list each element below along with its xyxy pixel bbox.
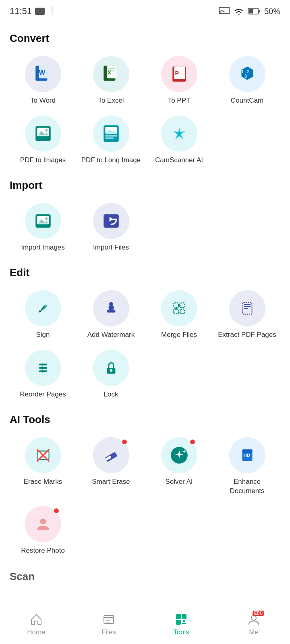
wifi-icon bbox=[234, 7, 244, 15]
tool-enhance-docs[interactable]: HD Enhance Documents bbox=[214, 434, 280, 498]
tool-to-word[interactable]: W To Word bbox=[10, 53, 76, 108]
nav-me-label: Me bbox=[249, 628, 259, 636]
badge-dot bbox=[121, 439, 128, 445]
tool-to-ppt[interactable]: P To PPT bbox=[146, 53, 212, 108]
badge-dot bbox=[53, 508, 60, 514]
svg-rect-14 bbox=[108, 72, 115, 72]
tool-smart-erase[interactable]: Smart Erase bbox=[78, 434, 144, 498]
svg-rect-12 bbox=[108, 68, 115, 69]
svg-point-39 bbox=[109, 302, 113, 306]
tool-label: Solver AI bbox=[165, 477, 193, 486]
time-display: 11:51 bbox=[10, 6, 32, 17]
tool-camscanner-ai[interactable]: CamScanner AI bbox=[146, 112, 212, 168]
svg-point-82 bbox=[251, 615, 256, 620]
svg-rect-13 bbox=[108, 70, 115, 71]
import-grid: Import Images Import Files bbox=[10, 200, 280, 255]
status-right: 50% bbox=[219, 7, 280, 16]
tool-solver-ai[interactable]: Solver AI bbox=[146, 434, 212, 498]
svg-rect-78 bbox=[176, 614, 181, 619]
bottom-nav: Home Files Tools bbox=[0, 608, 290, 644]
tool-label: Lock bbox=[104, 390, 118, 399]
svg-rect-80 bbox=[176, 620, 181, 625]
aitools-section-title: AI Tools bbox=[10, 413, 280, 426]
tool-reorder-pages[interactable]: Reorder Pages bbox=[10, 347, 76, 402]
tool-import-images[interactable]: Import Images bbox=[10, 200, 76, 255]
tool-label: Enhance Documents bbox=[215, 477, 279, 495]
svg-rect-48 bbox=[244, 306, 251, 307]
tool-label: Import Images bbox=[21, 243, 65, 252]
tool-erase-marks[interactable]: Erase Marks bbox=[10, 434, 76, 498]
tool-label: Reorder Pages bbox=[20, 390, 66, 399]
convert-section-title: Convert bbox=[10, 32, 280, 45]
svg-point-32 bbox=[45, 217, 48, 220]
main-content: Convert W To Word X bbox=[0, 32, 290, 627]
svg-rect-76 bbox=[106, 620, 110, 621]
svg-text:3: 3 bbox=[244, 74, 246, 78]
svg-text:W: W bbox=[39, 69, 45, 76]
svg-rect-74 bbox=[104, 617, 114, 618]
cast-icon bbox=[219, 7, 230, 15]
tool-label: Erase Marks bbox=[24, 477, 62, 486]
svg-rect-38 bbox=[108, 306, 114, 310]
tool-label: To Word bbox=[30, 96, 56, 105]
tool-lock[interactable]: Lock bbox=[78, 347, 144, 402]
svg-rect-27 bbox=[105, 135, 117, 136]
app-icon bbox=[35, 8, 45, 15]
tool-pdf-long[interactable]: PDF to Long Image bbox=[78, 112, 144, 168]
edit-section-title: Edit bbox=[10, 266, 280, 279]
nav-tools[interactable]: Tools bbox=[161, 612, 201, 636]
tool-label: Import Files bbox=[93, 243, 129, 252]
nav-me[interactable]: EDU Me bbox=[234, 612, 274, 636]
svg-point-40 bbox=[171, 300, 188, 317]
tool-merge-files[interactable]: Merge Files bbox=[146, 287, 212, 343]
convert-grid: W To Word X To Excel bbox=[10, 53, 280, 168]
nav-tools-label: Tools bbox=[173, 628, 189, 636]
tool-countcam[interactable]: 1 2 3 CountCam bbox=[214, 53, 280, 108]
tool-import-files[interactable]: Import Files bbox=[78, 200, 144, 255]
nav-files[interactable]: Files bbox=[89, 612, 129, 636]
aitools-grid: Erase Marks Smart Erase bbox=[10, 434, 280, 558]
svg-rect-37 bbox=[107, 310, 115, 312]
svg-text:P: P bbox=[175, 70, 179, 76]
status-bar: 11:51 ❕ 50% bbox=[0, 0, 290, 21]
svg-point-81 bbox=[183, 620, 185, 622]
tool-label: To PPT bbox=[168, 96, 191, 105]
tool-add-watermark[interactable]: Add Watermark bbox=[78, 287, 144, 343]
tool-label: CountCam bbox=[231, 96, 263, 105]
svg-point-57 bbox=[110, 369, 112, 372]
svg-text:1: 1 bbox=[241, 70, 244, 74]
svg-point-24 bbox=[45, 129, 48, 132]
tool-restore-photo[interactable]: Restore Photo bbox=[10, 503, 76, 558]
tool-label: Merge Files bbox=[161, 330, 197, 339]
edit-grid: Sign Add Watermark bbox=[10, 287, 280, 402]
badge-dot bbox=[189, 439, 196, 445]
svg-text:2: 2 bbox=[246, 70, 249, 74]
tool-pdf-images[interactable]: PDF to Images bbox=[10, 112, 76, 168]
scan-section-title: Scan bbox=[10, 570, 280, 583]
tool-label: CamScanner AI bbox=[155, 156, 203, 165]
svg-point-72 bbox=[40, 518, 46, 524]
battery-level: 50% bbox=[264, 7, 280, 16]
svg-rect-79 bbox=[182, 614, 186, 619]
tool-label: Sign bbox=[36, 330, 50, 339]
notification-icon: ❕ bbox=[48, 7, 57, 16]
svg-rect-3 bbox=[259, 10, 260, 12]
svg-rect-70 bbox=[242, 450, 252, 453]
svg-rect-4 bbox=[249, 9, 253, 14]
tool-sign[interactable]: Sign bbox=[10, 287, 76, 343]
import-section-title: Import bbox=[10, 179, 280, 192]
svg-text:HD: HD bbox=[243, 453, 250, 458]
tool-extract-pdf[interactable]: Extract PDF Pages bbox=[214, 287, 280, 343]
tool-to-excel[interactable]: X To Excel bbox=[78, 53, 144, 108]
tool-label: PDF to Images bbox=[20, 156, 66, 165]
svg-rect-54 bbox=[42, 363, 43, 373]
svg-point-35 bbox=[44, 305, 47, 307]
tool-label: Extract PDF Pages bbox=[218, 330, 276, 339]
svg-rect-75 bbox=[106, 619, 112, 619]
nav-home-label: Home bbox=[27, 628, 45, 636]
battery-icon bbox=[248, 8, 260, 15]
svg-rect-28 bbox=[105, 137, 114, 138]
svg-rect-47 bbox=[244, 304, 251, 305]
nav-home[interactable]: Home bbox=[16, 612, 56, 636]
svg-rect-77 bbox=[106, 622, 111, 623]
